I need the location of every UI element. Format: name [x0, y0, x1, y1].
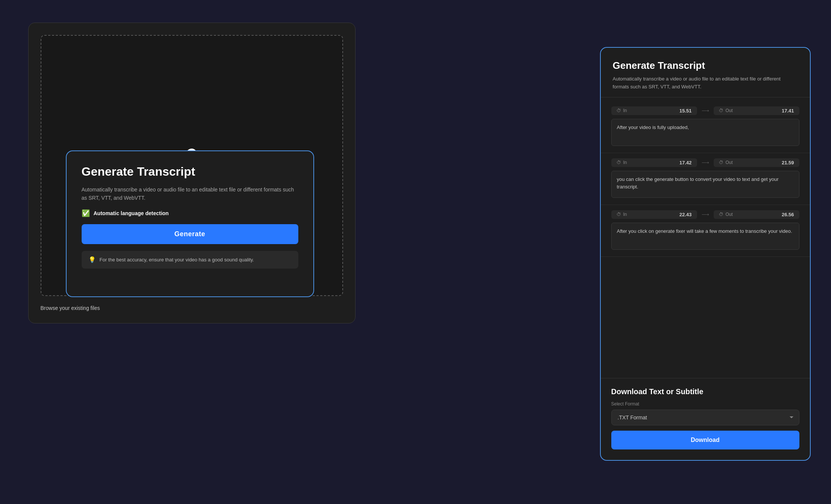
arrow-icon-2: ⟶: [700, 159, 711, 165]
segment-1-in-block: ⏱ In 15.51: [611, 106, 697, 115]
clock-out-icon-2: ⏱: [719, 160, 723, 165]
segment-3-textarea[interactable]: [611, 223, 799, 250]
browse-files-text[interactable]: Browse your existing files: [41, 305, 343, 311]
out-value-1: 17.41: [782, 108, 794, 114]
in-value-3: 22.43: [679, 212, 692, 217]
tip-box: 💡 For the best accuracy, ensure that you…: [82, 251, 298, 269]
out-value-3: 26.56: [782, 212, 794, 217]
segment-2-in-block: ⏱ In 17.42: [611, 158, 697, 167]
card-title: Generate Transcript: [82, 165, 298, 179]
clock-in-icon-2: ⏱: [617, 160, 621, 165]
in-value-2: 17.42: [679, 160, 692, 165]
download-button[interactable]: Download: [611, 431, 799, 449]
segment-2-textarea[interactable]: [611, 171, 799, 198]
format-select[interactable]: .TXT Format .SRT Format .VTT Format .Web…: [611, 410, 799, 425]
clock-in-icon-1: ⏱: [617, 108, 621, 113]
download-section: Download Text or Subtitle Select Format …: [601, 378, 810, 460]
right-panel-description: Automatically transcribe a video or audi…: [613, 75, 798, 91]
clock-out-icon-3: ⏱: [719, 212, 723, 217]
right-panel-header: Generate Transcript Automatically transc…: [601, 48, 810, 97]
segment-1-header: ⏱ In 15.51 ⟶ ⏱ Out 17.41: [611, 106, 799, 115]
arrow-icon-3: ⟶: [700, 211, 711, 217]
out-label-3: Out: [726, 212, 733, 217]
right-panel: Generate Transcript Automatically transc…: [600, 47, 811, 461]
clock-out-icon-1: ⏱: [719, 108, 723, 113]
out-value-2: 21.59: [782, 160, 794, 165]
segment-2-out-block: ⏱ Out 21.59: [714, 158, 799, 167]
tip-text: For the best accuracy, ensure that your …: [100, 257, 254, 263]
segment-3-header: ⏱ In 22.43 ⟶ ⏱ Out 26.56: [611, 210, 799, 219]
check-circle-icon: ✅: [82, 209, 90, 217]
segment-3-in-block: ⏱ In 22.43: [611, 210, 697, 219]
transcript-scroll-area[interactable]: ⏱ In 15.51 ⟶ ⏱ Out 17.41: [601, 97, 810, 378]
download-title: Download Text or Subtitle: [611, 387, 799, 396]
in-label-3: In: [623, 212, 627, 217]
transcript-segment-2: ⏱ In 17.42 ⟶ ⏱ Out 21.59: [601, 153, 810, 205]
out-label-1: Out: [726, 108, 733, 113]
in-label-2: In: [623, 160, 627, 165]
clock-in-icon-3: ⏱: [617, 212, 621, 217]
arrow-icon-1: ⟶: [700, 108, 711, 114]
segment-2-header: ⏱ In 17.42 ⟶ ⏱ Out 21.59: [611, 158, 799, 167]
in-label-1: In: [623, 108, 627, 113]
auto-language-feature: ✅ Automatic language detection: [82, 209, 298, 217]
bulb-icon: 💡: [88, 256, 96, 263]
right-panel-title: Generate Transcript: [613, 60, 798, 71]
transcript-segment-3: ⏱ In 22.43 ⟶ ⏱ Out 26.56: [601, 205, 810, 257]
out-label-2: Out: [726, 160, 733, 165]
transcript-segment-1: ⏱ In 15.51 ⟶ ⏱ Out 17.41: [601, 101, 810, 153]
generate-transcript-card: Generate Transcript Automatically transc…: [66, 150, 314, 297]
in-value-1: 15.51: [679, 108, 692, 114]
generate-button[interactable]: Generate: [82, 224, 298, 244]
segment-3-out-block: ⏱ Out 26.56: [714, 210, 799, 219]
card-description: Automatically transcribe a video or audi…: [82, 185, 298, 202]
segment-1-out-block: ⏱ Out 17.41: [714, 106, 799, 115]
select-format-label: Select Format: [611, 401, 799, 407]
feature-label: Automatic language detection: [94, 210, 169, 216]
segment-1-textarea[interactable]: [611, 119, 799, 146]
